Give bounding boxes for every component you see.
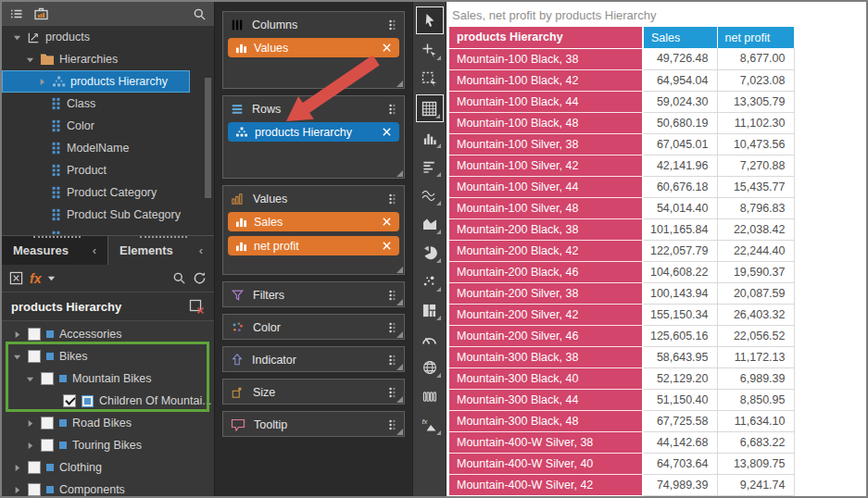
- list-icon[interactable]: [9, 6, 24, 21]
- row-header-cell[interactable]: Mountain-300 Black, 38: [449, 346, 643, 367]
- clear-box-icon[interactable]: [9, 271, 23, 285]
- tree-item-product[interactable]: Product: [2, 159, 214, 181]
- section-menu-icon[interactable]: [388, 18, 396, 32]
- column-header-sales[interactable]: Sales: [643, 27, 717, 48]
- fx-icon[interactable]: fx: [30, 271, 41, 286]
- row-header-cell[interactable]: Mountain-100 Black, 44: [449, 91, 643, 112]
- check-item-bikes[interactable]: Bikes: [2, 345, 214, 367]
- value-cell[interactable]: 67,045.01: [643, 133, 717, 155]
- refresh-icon[interactable]: [193, 271, 207, 285]
- value-cell[interactable]: 9,241.74: [717, 474, 794, 495]
- value-cell[interactable]: 67,725.58: [643, 410, 717, 431]
- checkbox[interactable]: [28, 350, 41, 363]
- tree-item-partial[interactable]: [2, 226, 214, 235]
- tool-globe[interactable]: [416, 355, 444, 380]
- value-cell[interactable]: 101,165.84: [643, 218, 717, 240]
- value-cell[interactable]: 50,680.19: [643, 112, 717, 133]
- remove-chip-icon[interactable]: [382, 241, 392, 251]
- value-cell[interactable]: 42,141.96: [643, 155, 717, 176]
- remove-chip-icon[interactable]: [382, 217, 392, 227]
- value-cell[interactable]: 52,129.20: [643, 367, 717, 389]
- value-cell[interactable]: 13,809.75: [717, 453, 794, 474]
- section-menu-icon[interactable]: [388, 417, 396, 432]
- caret-down-icon[interactable]: [24, 56, 35, 64]
- checkbox[interactable]: [28, 461, 41, 474]
- value-cell[interactable]: 58,643.95: [643, 346, 717, 367]
- column-header-net-profit[interactable]: net profit: [717, 27, 794, 48]
- value-cell[interactable]: 8,850.95: [717, 389, 794, 410]
- checkbox[interactable]: [28, 328, 41, 341]
- tree-scrollbar[interactable]: [205, 78, 211, 198]
- remove-field-icon[interactable]: [189, 299, 205, 315]
- row-header-cell[interactable]: Mountain-100 Silver, 48: [449, 197, 643, 218]
- checkbox[interactable]: [41, 417, 54, 430]
- check-item-accessories[interactable]: Accessories: [2, 323, 214, 345]
- tool-pie-chart[interactable]: [416, 240, 444, 266]
- value-cell[interactable]: 100,143.94: [643, 282, 717, 304]
- section-menu-icon[interactable]: [388, 102, 396, 117]
- checkbox[interactable]: [28, 483, 41, 496]
- collapse-chevron-icon[interactable]: ‹: [93, 243, 96, 257]
- value-cell[interactable]: 7,023.08: [717, 69, 794, 91]
- tree-item-product-sub-category[interactable]: Product Sub Category: [2, 204, 214, 226]
- value-cell[interactable]: 155,150.34: [643, 304, 717, 325]
- caret-right-icon[interactable]: [11, 330, 22, 339]
- row-header-cell[interactable]: Mountain-300 Black, 48: [449, 410, 643, 431]
- value-cell[interactable]: 49,726.48: [643, 48, 717, 69]
- column-header-products-hierarchy[interactable]: products Hierarchy: [449, 27, 643, 48]
- row-header-cell[interactable]: Mountain-300 Black, 44: [449, 389, 643, 410]
- checkbox[interactable]: [41, 372, 54, 385]
- tree-item-hierarchies[interactable]: Hierarchies: [2, 48, 214, 70]
- tool-waves[interactable]: [416, 182, 444, 208]
- row-header-cell[interactable]: Mountain-100 Silver, 42: [449, 155, 643, 176]
- check-item-road-bikes[interactable]: Road Bikes: [2, 412, 214, 434]
- section-menu-icon[interactable]: [388, 288, 396, 303]
- field-chip-products-hierarchy[interactable]: products Hierarchy: [228, 122, 399, 142]
- tree-item-modelname[interactable]: ModelName: [2, 137, 214, 159]
- row-header-cell[interactable]: Mountain-100 Silver, 44: [449, 176, 643, 197]
- check-item-touring-bikes[interactable]: Touring Bikes: [2, 434, 214, 456]
- field-chip-sales[interactable]: Sales: [228, 212, 399, 231]
- search-icon[interactable]: [193, 7, 207, 21]
- remove-chip-icon[interactable]: [382, 43, 392, 53]
- tool-scatter[interactable]: [416, 268, 444, 294]
- row-header-cell[interactable]: Mountain-400-W Silver, 42: [449, 474, 643, 495]
- value-cell[interactable]: 11,172.13: [717, 346, 794, 367]
- checkbox[interactable]: [41, 439, 54, 452]
- caret-down-icon[interactable]: [11, 33, 22, 42]
- value-cell[interactable]: 51,150.40: [643, 389, 717, 410]
- value-cell[interactable]: 8,677.00: [717, 48, 794, 69]
- tool-grid[interactable]: [416, 94, 444, 122]
- tool-marquee[interactable]: [416, 66, 444, 92]
- row-header-cell[interactable]: Mountain-200 Black, 46: [449, 261, 643, 282]
- value-cell[interactable]: 125,605.16: [643, 325, 717, 346]
- value-cell[interactable]: 60,676.18: [643, 176, 717, 197]
- row-header-cell[interactable]: Mountain-200 Black, 38: [449, 218, 643, 240]
- value-cell[interactable]: 26,403.32: [717, 304, 794, 325]
- caret-down-icon[interactable]: [11, 353, 22, 361]
- tool-text-lines[interactable]: [416, 154, 444, 180]
- field-chip-net-profit[interactable]: net profit: [228, 236, 399, 255]
- section-menu-icon[interactable]: [388, 320, 396, 335]
- tool-gauge[interactable]: [416, 326, 444, 352]
- value-cell[interactable]: 122,057.79: [643, 240, 717, 261]
- value-cell[interactable]: 64,954.04: [643, 69, 717, 91]
- row-header-cell[interactable]: Mountain-100 Black, 42: [449, 69, 643, 91]
- value-cell[interactable]: 13,305.79: [717, 91, 794, 112]
- field-chip-values[interactable]: Values: [228, 38, 399, 57]
- widget-icon[interactable]: [33, 6, 49, 21]
- check-item-children-of-mountai[interactable]: Children Of Mountai...: [2, 390, 214, 412]
- row-header-cell[interactable]: Mountain-100 Black, 48: [449, 112, 643, 133]
- value-cell[interactable]: 74,989.39: [643, 474, 717, 495]
- value-cell[interactable]: 44,142.68: [643, 431, 717, 453]
- value-cell[interactable]: 6,989.39: [717, 367, 794, 389]
- tool-crosshair[interactable]: [416, 37, 444, 63]
- value-cell[interactable]: 64,703.64: [643, 453, 717, 474]
- caret-right-icon[interactable]: [36, 78, 47, 86]
- tree-item-products-hierarchy[interactable]: products Hierarchy: [2, 70, 190, 93]
- section-menu-icon[interactable]: [388, 353, 396, 367]
- tree-item-class[interactable]: Class: [2, 93, 214, 115]
- tab-elements[interactable]: Elements‹: [108, 236, 214, 265]
- value-cell[interactable]: 6,683.22: [717, 431, 794, 453]
- checkbox[interactable]: [63, 394, 76, 407]
